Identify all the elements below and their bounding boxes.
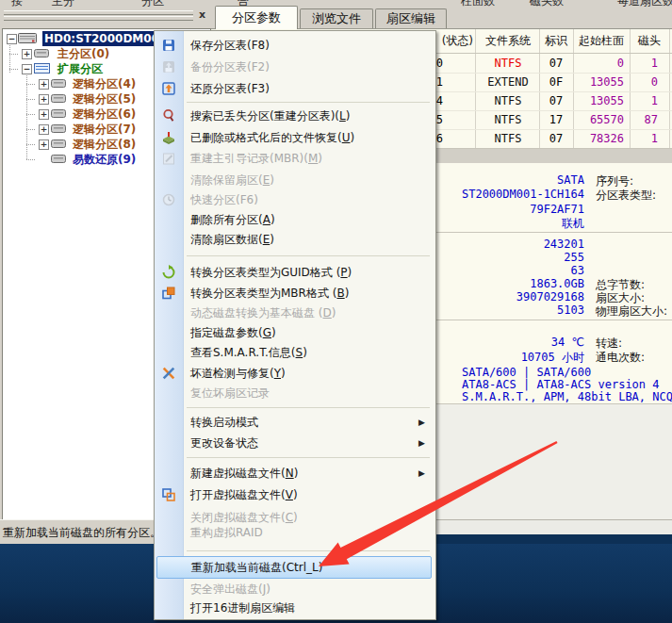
menu-item[interactable]: 新建虚拟磁盘文件(N)▶ — [155, 463, 434, 484]
recover-icon — [161, 130, 176, 145]
tools-icon — [161, 366, 176, 381]
menu-item: 重构虚拟RAID — [155, 522, 434, 543]
tree-expander-minus[interactable]: − — [22, 64, 32, 74]
tree-expander-plus[interactable]: + — [39, 139, 49, 150]
tree-expander-plus[interactable]: + — [39, 109, 49, 120]
clipped-toolbar-strip: 接主分分区合柱面数磁头数每道扇区数 — [0, 0, 672, 8]
menu-item[interactable]: 坏道检测与修复(Y) — [155, 363, 434, 384]
toolbar-text-fragment: 柱面数 — [461, 0, 495, 8]
menu-item-label: 保存分区表(F8) — [190, 35, 270, 56]
menu-item-label: 备份分区表(F2) — [190, 57, 270, 77]
menu-item[interactable]: 保存分区表(F8) — [155, 35, 434, 56]
tree-expander-plus[interactable]: + — [39, 94, 49, 105]
submenu-arrow-icon: ▶ — [418, 433, 425, 453]
menu-item: 动态磁盘转换为基本磁盘 (D) — [155, 303, 434, 323]
column-header[interactable]: 磁头 — [630, 29, 669, 53]
row-head: 1 — [603, 91, 658, 110]
row-filesystem: NTFS — [477, 91, 539, 110]
menu-item[interactable]: 还原分区表(F3) — [155, 78, 434, 99]
row-head: 1 — [603, 54, 658, 73]
menu-item: 清除保留扇区(E) — [155, 170, 434, 190]
menu-separator — [187, 457, 430, 458]
column-header[interactable]: 标识 — [539, 29, 573, 53]
menu-item-label: 更改设备状态 — [190, 433, 258, 453]
menu-item-label: 打开虚拟磁盘文件(V) — [190, 484, 298, 505]
menu-item[interactable]: 更改设备状态▶ — [155, 433, 434, 453]
row-head: 1 — [603, 129, 658, 148]
menu-item-label: 还原分区表(F3) — [190, 78, 270, 99]
menu-separator — [187, 255, 430, 256]
convert-mbr-icon — [161, 286, 176, 301]
clock-icon — [161, 192, 176, 207]
menu-item-label: 动态磁盘转换为基本磁盘 (D) — [190, 303, 336, 323]
menu-item-label: 重构虚拟RAID — [190, 522, 263, 543]
tree-expander-plus[interactable]: + — [39, 79, 49, 90]
tab-3[interactable]: 扇区编辑 — [375, 8, 447, 28]
tree-item-label: 主分区(0) — [56, 46, 111, 61]
status-text: 重新加载当前磁盘的所有分区。 — [3, 525, 161, 541]
tree-item-label: 逻辑分区(8) — [71, 137, 138, 152]
table-gridline — [475, 29, 476, 148]
tree-item-label: 逻辑分区(7) — [71, 122, 138, 137]
menu-item-label: 重新加载当前磁盘(Ctrl_L) — [191, 557, 322, 578]
floppy-backup-icon — [161, 59, 176, 74]
table-gridline — [669, 29, 670, 148]
menu-item[interactable]: 删除所有分区(A) — [155, 209, 434, 230]
menu-item[interactable]: 打开虚拟磁盘文件(V) — [155, 484, 434, 505]
menu-item-label: 清除扇区数据(E) — [190, 229, 274, 250]
convert-guid-icon — [161, 265, 176, 280]
info-feature-line: S.M.A.R.T., APM, 48bit LBA, NCQ — [462, 390, 672, 403]
row-head: 0 — [603, 73, 658, 91]
menu-item: 安全弹出磁盘(J) — [155, 579, 434, 599]
menu-item[interactable]: 转换分区表类型为GUID格式 (P) — [155, 262, 434, 283]
menu-separator — [187, 407, 430, 408]
menu-item[interactable]: 指定磁盘参数(G) — [155, 322, 434, 343]
tree-expander-plus[interactable]: + — [22, 49, 32, 59]
menu-item[interactable]: 清除扇区数据(E) — [155, 229, 434, 250]
dock-grip[interactable] — [4, 16, 193, 21]
info-feature-line: SATA/600 | SATA/600 — [462, 366, 591, 379]
menu-item[interactable]: 转换分区表类型为MBR格式 (B) — [155, 283, 434, 303]
menu-item-label: 坏道检测与修复(Y) — [190, 363, 286, 384]
menu-item-label: 快速分区(F6) — [190, 189, 258, 210]
menu-separator — [187, 550, 430, 551]
dock-grip[interactable] — [4, 10, 193, 15]
toolbar-text-fragment: 每道扇区数 — [617, 0, 672, 8]
menu-item-label: 搜索已丢失分区(重建分区表)(L) — [190, 106, 350, 126]
row-filesystem: NTFS — [477, 129, 539, 148]
disk-icon — [51, 107, 70, 120]
tree-expander-plus[interactable]: + — [39, 124, 49, 135]
menu-item[interactable]: 打开16进制扇区编辑 — [155, 598, 434, 618]
toolbar-text-fragment: 主分 — [52, 0, 74, 8]
menu-item[interactable]: 重新加载当前磁盘(Ctrl_L) — [156, 556, 432, 579]
menu-item-label: 转换分区表类型为MBR格式 (B) — [190, 283, 349, 303]
disk-icon — [18, 32, 37, 44]
menu-item[interactable]: 已删除或格式化后的文件恢复(U) — [155, 127, 434, 148]
tab-2[interactable]: 浏览文件 — [300, 8, 373, 28]
menu-item[interactable]: 搜索已丢失分区(重建分区表)(L) — [155, 106, 434, 126]
menu-item[interactable]: 查看S.M.A.R.T.信息(S) — [155, 342, 434, 363]
tree-item-label: 易数还原(9) — [71, 152, 138, 167]
tree-expander-minus[interactable]: − — [7, 34, 17, 44]
tree-item-label: 逻辑分区(6) — [71, 107, 138, 122]
column-header[interactable]: 起始柱面 — [573, 29, 630, 53]
info-label: 物理扇区大小: — [596, 303, 667, 320]
tab-1[interactable]: 分区参数 — [215, 6, 298, 29]
row-head: 87 — [603, 110, 658, 129]
menu-item[interactable]: 转换启动模式▶ — [155, 412, 434, 433]
column-header[interactable]: 文件系统 — [477, 29, 539, 53]
menu-item-label: 复位坏扇区记录 — [190, 383, 270, 403]
tree-item-label: 扩展分区 — [56, 61, 105, 76]
menu-item-label: 查看S.M.A.R.T.信息(S) — [190, 342, 307, 363]
row-filesystem: NTFS — [477, 54, 539, 73]
rebuild-mbr-icon — [161, 151, 176, 166]
menu-item-label: 指定磁盘参数(G) — [190, 322, 276, 343]
disk-icon — [51, 153, 70, 165]
menu-item-label: 删除所有分区(A) — [190, 209, 275, 230]
tree-item-label: 逻辑分区(4) — [71, 76, 138, 91]
disk-icon — [51, 92, 70, 105]
submenu-arrow-icon: ▶ — [418, 412, 425, 433]
menu-item-label: 清除保留扇区(E) — [190, 170, 274, 190]
menu-item: 重建主引导记录(MBR)(M) — [155, 148, 434, 169]
dock-close-button[interactable]: x — [196, 8, 208, 22]
